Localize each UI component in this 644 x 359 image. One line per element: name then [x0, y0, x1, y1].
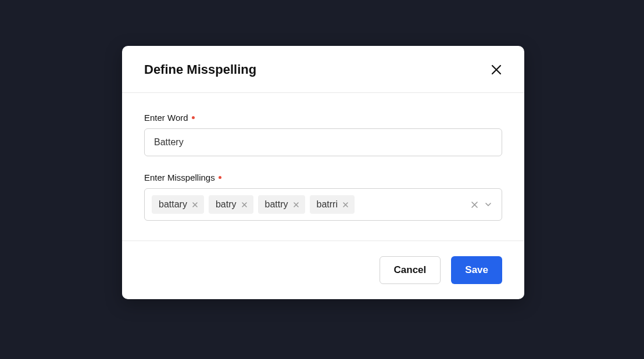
- required-indicator-icon: [219, 176, 221, 179]
- tags-container: battarybatrybattrybatrri: [152, 195, 466, 214]
- required-indicator-icon: [192, 116, 195, 119]
- misspelling-tag: battry: [258, 195, 305, 214]
- x-icon: [342, 202, 349, 208]
- chevron-down-icon: [484, 200, 492, 209]
- word-label-text: Enter Word: [144, 113, 188, 123]
- word-input[interactable]: [144, 128, 502, 156]
- misspellings-label-text: Enter Misspellings: [144, 173, 215, 182]
- x-icon: [241, 202, 248, 208]
- misspellings-field: Enter Misspellings battarybatrybattrybat…: [144, 173, 502, 221]
- close-icon: [491, 64, 502, 76]
- tags-controls: [471, 200, 495, 209]
- word-label: Enter Word: [144, 113, 502, 123]
- save-button[interactable]: Save: [451, 256, 502, 284]
- modal-body: Enter Word Enter Misspellings battarybat…: [122, 93, 524, 240]
- misspelling-tag: battary: [152, 195, 204, 214]
- modal-footer: Cancel Save: [122, 240, 524, 299]
- tag-text: batrri: [317, 199, 338, 210]
- misspelling-tag: batry: [209, 195, 253, 214]
- misspelling-tag: batrri: [310, 195, 355, 214]
- misspellings-input[interactable]: battarybatrybattrybatrri: [144, 188, 502, 221]
- remove-tag-button[interactable]: [241, 202, 248, 208]
- dropdown-toggle[interactable]: [484, 200, 492, 209]
- remove-tag-button[interactable]: [192, 202, 198, 208]
- x-icon: [293, 202, 299, 208]
- x-icon: [192, 202, 198, 208]
- define-misspelling-modal: Define Misspelling Enter Word Enter Miss…: [122, 46, 524, 299]
- modal-title: Define Misspelling: [144, 62, 256, 77]
- x-icon: [471, 201, 478, 209]
- tag-text: batry: [216, 199, 237, 210]
- cancel-button[interactable]: Cancel: [380, 256, 441, 284]
- clear-all-button[interactable]: [471, 201, 478, 209]
- remove-tag-button[interactable]: [342, 202, 349, 208]
- misspellings-label: Enter Misspellings: [144, 173, 502, 182]
- close-button[interactable]: [491, 64, 502, 76]
- tag-text: battary: [159, 199, 187, 210]
- remove-tag-button[interactable]: [293, 202, 299, 208]
- word-field: Enter Word: [144, 113, 502, 156]
- modal-header: Define Misspelling: [122, 46, 524, 93]
- tag-text: battry: [265, 199, 288, 210]
